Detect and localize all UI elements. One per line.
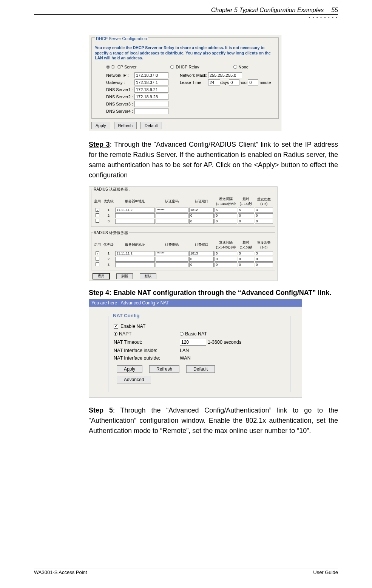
acct-retry-input[interactable]	[255, 257, 273, 262]
acct-interval-input[interactable]	[215, 262, 237, 267]
table-row: 3	[93, 262, 273, 268]
dhcp-legend: DHCP Server Configuration	[95, 36, 148, 41]
enable-nat-checkbox[interactable]: ✓	[114, 324, 118, 329]
nat-advanced-button[interactable]: Advanced	[117, 376, 151, 383]
table-row: ✓1	[93, 207, 273, 213]
dns3-input[interactable]	[134, 101, 168, 107]
page-header: Chapter 5 Typical Configuration Examples…	[34, 7, 338, 15]
header-ornament: • • • • • • • •	[34, 16, 338, 20]
auth-port-input[interactable]	[189, 213, 214, 218]
step4-text: Step 4: Enable NAT configuration through…	[89, 288, 338, 298]
auth-ip-input[interactable]	[115, 219, 154, 224]
page-number: 55	[331, 7, 338, 14]
auth-interval-input[interactable]	[215, 208, 237, 213]
radius-refresh-button[interactable]: 刷新	[116, 273, 133, 279]
nat-apply-button[interactable]: Apply	[117, 365, 142, 373]
radius-apply-button[interactable]: 应用	[93, 273, 110, 279]
acct-interval-input[interactable]	[215, 257, 237, 262]
basic-nat-radio[interactable]: Basic NAT	[180, 331, 207, 337]
chapter-title: Chapter 5 Typical Configuration Examples	[211, 7, 324, 14]
table-row: 2	[93, 256, 273, 262]
network-mask-input[interactable]	[208, 72, 242, 78]
lease-hour-input[interactable]	[229, 79, 239, 85]
footer-right: User Guide	[313, 569, 338, 575]
dhcp-relay-radio[interactable]: DHCP Relay	[170, 65, 199, 69]
auth-port-input[interactable]	[189, 219, 214, 224]
auth-retry-input[interactable]	[255, 219, 273, 224]
dhcp-screenshot: DHCP Server Configuration You may enable…	[89, 35, 281, 131]
radius-acct-table: 启用 优先级 服务器IP地址 计费密码 计费端口 发送间隔 (1-1440)分钟…	[93, 239, 273, 268]
dns2-input[interactable]	[134, 94, 168, 100]
dhcp-refresh-button[interactable]: Refresh	[114, 122, 137, 129]
auth-timeout-input[interactable]	[238, 219, 254, 224]
auth-interval-input[interactable]	[215, 219, 237, 224]
acct-port-input[interactable]	[189, 257, 214, 262]
dhcp-server-radio[interactable]: DHCP Server	[106, 65, 136, 69]
acct-pw-input[interactable]	[156, 262, 189, 267]
auth-interval-input[interactable]	[215, 213, 237, 218]
dhcp-apply-button[interactable]: Apply	[91, 122, 110, 129]
auth-retry-input[interactable]	[255, 208, 273, 213]
acct-port-input[interactable]	[189, 262, 214, 267]
auth-pw-input[interactable]	[156, 208, 189, 213]
auth-ip-input[interactable]	[115, 213, 154, 218]
acct-interval-input[interactable]	[215, 251, 237, 256]
dhcp-note: You may enable the DHCP Server or Relay …	[95, 45, 275, 61]
auth-retry-input[interactable]	[255, 213, 273, 218]
auth-enable-checkbox[interactable]	[96, 213, 99, 217]
acct-pw-input[interactable]	[156, 251, 189, 256]
nat-refresh-button[interactable]: Refresh	[149, 365, 179, 373]
lease-days-input[interactable]	[208, 79, 220, 85]
auth-enable-checkbox[interactable]: ✓	[96, 208, 99, 212]
acct-pw-input[interactable]	[156, 257, 189, 262]
auth-pw-input[interactable]	[156, 219, 189, 224]
auth-pw-input[interactable]	[156, 213, 189, 218]
lease-minute-input[interactable]	[248, 79, 258, 85]
acct-retry-input[interactable]	[255, 262, 273, 267]
step3-text: Step 3: Through the “Advanced Config/RAD…	[89, 140, 338, 180]
acct-retry-input[interactable]	[255, 251, 273, 256]
acct-timeout-input[interactable]	[238, 262, 254, 267]
nat-timeout-input[interactable]	[180, 339, 206, 346]
nat-legend: NAT Config	[111, 313, 141, 318]
radius-default-button[interactable]: 默认	[140, 273, 156, 279]
dhcp-none-radio[interactable]: None	[233, 65, 249, 69]
nat-default-button[interactable]: Default	[186, 365, 215, 373]
acct-port-input[interactable]	[189, 251, 214, 256]
radius-screenshot: RADIUS 认证服务器： 启用 优先级 服务器IP地址 认证密码 认证端口 发…	[89, 186, 278, 281]
acct-ip-input[interactable]	[115, 251, 154, 256]
acct-enable-checkbox[interactable]: ✓	[96, 251, 99, 255]
dhcp-default-button[interactable]: Default	[140, 122, 162, 129]
table-row: 3	[93, 219, 273, 224]
nat-screenshot: You are here : Advanced Config > NAT NAT…	[89, 299, 302, 398]
table-row: 2	[93, 213, 273, 219]
acct-enable-checkbox[interactable]	[96, 262, 99, 266]
footer-left: WA3001-S Access Point	[34, 569, 87, 575]
auth-enable-checkbox[interactable]	[96, 219, 99, 223]
page-footer: WA3001-S Access Point User Guide	[34, 568, 338, 575]
table-row: ✓1	[93, 251, 273, 256]
napt-radio[interactable]: NAPT	[114, 331, 180, 337]
auth-ip-input[interactable]	[115, 208, 154, 213]
gateway-input[interactable]	[134, 79, 168, 85]
step5-text: Step 5: Through the “Advanced Config/Aut…	[89, 405, 338, 436]
auth-timeout-input[interactable]	[238, 208, 254, 213]
breadcrumb: You are here : Advanced Config > NAT	[89, 299, 302, 307]
auth-port-input[interactable]	[189, 208, 214, 213]
auth-timeout-input[interactable]	[238, 213, 254, 218]
acct-enable-checkbox[interactable]	[96, 257, 99, 261]
dns1-input[interactable]	[134, 87, 168, 93]
acct-ip-input[interactable]	[115, 257, 154, 262]
network-ip-input[interactable]	[134, 72, 168, 78]
acct-timeout-input[interactable]	[238, 257, 254, 262]
acct-ip-input[interactable]	[115, 262, 154, 267]
radius-auth-table: 启用 优先级 服务器IP地址 认证密码 认证端口 发送间隔 (1-1440)分钟…	[93, 196, 273, 224]
dns4-input[interactable]	[134, 108, 168, 114]
acct-timeout-input[interactable]	[238, 251, 254, 256]
